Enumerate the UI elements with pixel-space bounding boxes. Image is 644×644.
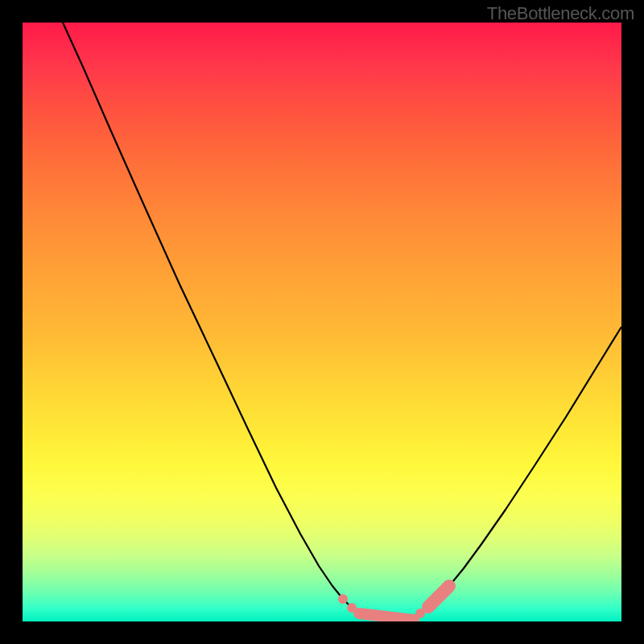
- marker-pill: [359, 613, 414, 620]
- marker-pill: [428, 586, 449, 607]
- plot-area: [23, 23, 621, 621]
- marker-dot: [338, 594, 348, 604]
- watermark-text: TheBottleneck.com: [487, 3, 634, 24]
- bottleneck-curve: [63, 23, 621, 621]
- markers-group: [338, 586, 449, 620]
- chart-svg: [23, 23, 621, 621]
